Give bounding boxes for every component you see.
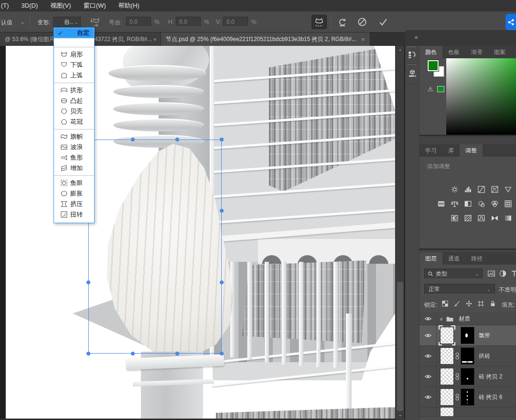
brightness-contrast-icon[interactable] <box>451 185 459 194</box>
scroll-up-icon[interactable]: ⌃ <box>396 49 405 54</box>
filter-kind-adjustment-icon[interactable] <box>499 269 507 278</box>
menubar-item-4[interactable]: 帮助(H) <box>112 0 146 11</box>
lock-paint-icon[interactable] <box>453 300 461 307</box>
layer-group-row[interactable]: ∨材质 <box>419 312 516 325</box>
layer-row-3[interactable]: 砖 拷贝 6 <box>419 387 516 408</box>
warp-menu-item[interactable]: 花冠 <box>54 117 94 127</box>
warp-control-handle[interactable] <box>131 138 135 141</box>
materials-panel-button[interactable] <box>405 64 419 84</box>
tab-学习[interactable]: 学习 <box>419 144 442 157</box>
warp-menu-item[interactable]: 上弧 <box>54 70 94 81</box>
warp-menu-item[interactable]: 旗帜 <box>54 131 94 142</box>
v-input[interactable]: 0.0 <box>223 17 248 27</box>
reset-button[interactable] <box>334 15 350 29</box>
warp-control-handle[interactable] <box>175 138 179 141</box>
visibility-eye-icon[interactable] <box>419 366 437 387</box>
invert-icon[interactable] <box>451 214 459 222</box>
mask-link-icon[interactable] <box>453 393 461 401</box>
warp-control-handle[interactable] <box>175 352 179 355</box>
warp-control-handle[interactable] <box>220 280 224 284</box>
warp-menu-item[interactable]: 增加 <box>54 163 94 173</box>
warp-menu-item[interactable]: 膨胀 <box>54 188 94 199</box>
photo-filter-icon[interactable] <box>477 200 485 208</box>
scrollbar-thumb[interactable] <box>397 282 403 411</box>
warp-menu-item[interactable]: 下弧 <box>54 60 94 70</box>
warp-menu-item[interactable]: 波浪 <box>54 142 94 152</box>
curves-icon[interactable] <box>477 185 485 194</box>
exposure-icon[interactable] <box>491 185 499 194</box>
menubar-item-1[interactable]: 3D(D) <box>15 0 44 11</box>
gamut-warning-icon[interactable]: ⚠ <box>428 86 433 93</box>
bend-input[interactable]: 0.0 <box>126 17 151 27</box>
layer-row-1[interactable]: 拱砖 <box>419 346 516 366</box>
lock-all-icon[interactable] <box>489 300 496 307</box>
tab-通道[interactable]: 通道 <box>442 252 465 265</box>
visibility-eye-icon[interactable] <box>419 408 437 416</box>
h-input[interactable]: 0.0 <box>176 17 201 27</box>
warp-menu-item[interactable]: 扇形 <box>54 49 94 60</box>
warp-menu-item[interactable]: 贝壳 <box>54 106 94 117</box>
warp-menu-item[interactable]: 凸起 <box>54 96 94 106</box>
warp-menu-item[interactable]: 拱形 <box>54 85 94 96</box>
layer-row-partial[interactable] <box>419 408 516 417</box>
scroll-down-icon[interactable]: ⌄ <box>396 412 405 417</box>
levels-icon[interactable] <box>464 185 472 194</box>
threshold-icon[interactable] <box>477 214 485 222</box>
lock-position-icon[interactable] <box>465 300 473 307</box>
toggle-warp-mode-button[interactable] <box>312 15 327 29</box>
layer-row-2[interactable]: 砖 拷贝 2 <box>419 366 516 387</box>
warp-style-select[interactable]: 自..⌄ <box>54 17 81 27</box>
black-white-icon[interactable] <box>464 200 472 208</box>
layer-mask-thumbnail[interactable] <box>461 368 474 385</box>
warp-menu-item[interactable]: 挤压 <box>54 199 94 209</box>
layer-mask-thumbnail[interactable] <box>461 348 474 364</box>
vibrance-icon[interactable] <box>504 185 512 194</box>
warp-control-handle[interactable] <box>220 352 224 355</box>
color-balance-icon[interactable] <box>451 200 459 208</box>
tab-图案[interactable]: 图案 <box>488 46 511 58</box>
history-panel-button[interactable] <box>405 46 419 63</box>
hue-saturation-icon[interactable] <box>437 200 445 208</box>
layer-thumbnail[interactable] <box>441 408 453 417</box>
share-button[interactable] <box>505 14 516 30</box>
tab-路径[interactable]: 路径 <box>465 252 488 265</box>
visibility-eye-icon[interactable] <box>419 387 437 407</box>
menubar-item-2[interactable]: 视图(V) <box>44 0 77 11</box>
blend-mode-select[interactable]: 正常 ⌄ <box>424 284 495 294</box>
filter-kind-image-icon[interactable] <box>487 269 495 278</box>
close-tab-icon[interactable]: × <box>153 36 157 43</box>
visibility-eye-icon[interactable] <box>419 325 437 345</box>
layer-mask-thumbnail[interactable] <box>461 327 474 344</box>
tab-色板[interactable]: 色板 <box>442 46 465 58</box>
color-picker-field[interactable] <box>446 58 516 135</box>
warp-menu-item[interactable]: 鱼眼 <box>54 178 94 188</box>
layer-thumbnail[interactable] <box>441 327 453 344</box>
gamut-color-swatch[interactable] <box>437 86 444 92</box>
warp-menu-item[interactable]: 鱼形 <box>54 152 94 163</box>
foreground-color-swatch[interactable] <box>428 60 439 71</box>
lock-transparency-icon[interactable] <box>441 300 449 307</box>
collapse-panels-icon[interactable]: « <box>415 34 418 41</box>
posterize-icon[interactable] <box>464 214 472 222</box>
layer-filter-select[interactable]: 类型 ⌄ <box>424 269 483 279</box>
gradient-map-icon[interactable] <box>491 214 499 222</box>
menubar-item-3[interactable]: 窗口(W) <box>77 0 112 11</box>
cancel-transform-button[interactable] <box>355 15 370 29</box>
tab-渐变[interactable]: 渐变 <box>465 46 488 58</box>
document-tab-1[interactable]: 节点.psd @ 25% (f6e4009ee221f1205211bdcb91… <box>161 32 370 46</box>
selective-color-icon[interactable] <box>504 214 512 222</box>
visibility-eye-icon[interactable] <box>419 346 437 366</box>
channel-mixer-icon[interactable] <box>491 200 499 208</box>
layer-thumbnail[interactable] <box>441 368 453 385</box>
warp-control-handle[interactable] <box>131 352 135 355</box>
layer-thumbnail[interactable] <box>441 348 453 364</box>
tab-图层[interactable]: 图层 <box>419 252 442 265</box>
mask-link-icon[interactable] <box>453 352 461 360</box>
warp-control-handle[interactable] <box>86 352 90 355</box>
commit-transform-button[interactable] <box>376 15 391 29</box>
filter-kind-type-icon[interactable] <box>510 269 516 278</box>
warp-menu-item[interactable]: 扭转 <box>54 209 94 220</box>
lock-artboard-icon[interactable] <box>477 300 484 307</box>
menubar-item-0[interactable]: (T) <box>0 0 15 11</box>
color-lookup-icon[interactable] <box>504 200 512 208</box>
